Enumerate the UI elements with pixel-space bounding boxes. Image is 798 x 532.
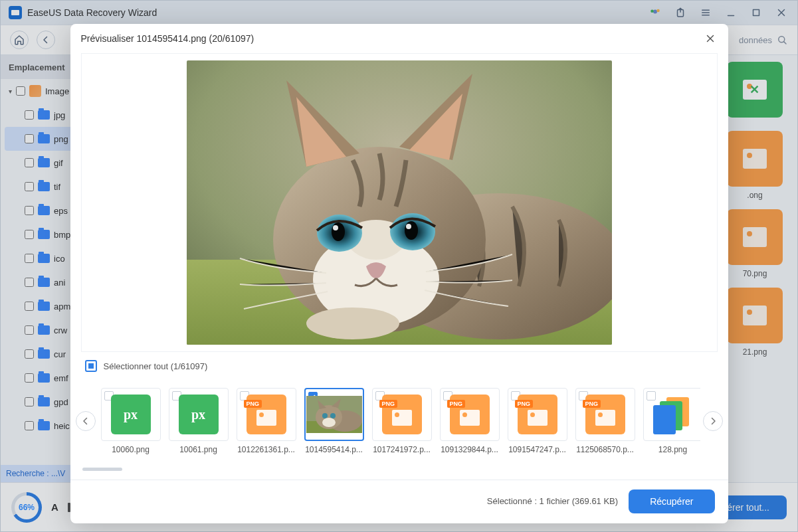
thumb-card[interactable]: 1125068570.p... xyxy=(575,388,635,454)
selection-label: Sélectionné : 1 fichier (369.61 KB) xyxy=(487,496,618,506)
thumb-name: 1091547247.p... xyxy=(508,445,566,454)
png-icon xyxy=(518,395,557,434)
thumb-name: 128.png xyxy=(658,445,687,454)
close-dialog-button[interactable] xyxy=(703,31,718,46)
svg-point-26 xyxy=(306,308,399,339)
thumb-next-button[interactable] xyxy=(703,411,723,431)
png-icon xyxy=(585,395,625,434)
svg-point-32 xyxy=(330,413,336,418)
px-icon xyxy=(111,395,151,434)
thumb-card[interactable]: 10060.png xyxy=(101,388,161,454)
svg-point-23 xyxy=(405,221,418,240)
preview-dialog: Prévisualiser 1014595414.png (20/61097) xyxy=(70,24,728,523)
thumb-card[interactable]: 1091547247.p... xyxy=(508,388,567,454)
thumb-scrollbar[interactable] xyxy=(82,468,716,473)
thumb-card[interactable]: 1091329844.p... xyxy=(440,388,500,454)
svg-point-24 xyxy=(333,225,338,230)
preview-title: Prévisualiser 1014595414.png (20/61097) xyxy=(81,33,703,44)
svg-point-22 xyxy=(332,222,345,241)
svg-point-31 xyxy=(322,413,328,418)
thumb-name: 1014595414.p... xyxy=(305,445,363,454)
thumb-name: 10060.png xyxy=(112,445,150,454)
thumb-name: 1017241972.p... xyxy=(373,445,431,454)
thumb-name: 1012261361.p... xyxy=(237,445,295,454)
svg-point-25 xyxy=(406,224,411,229)
png-icon xyxy=(450,395,490,434)
thumb-name: 1125068570.p... xyxy=(576,445,634,454)
thumb-card[interactable]: 128.png xyxy=(643,388,700,454)
docs-icon xyxy=(653,395,693,434)
select-all-checkbox[interactable] xyxy=(85,360,97,372)
preview-image xyxy=(187,60,612,345)
svg-point-33 xyxy=(322,418,336,427)
cat-thumb xyxy=(306,396,362,433)
thumb-card[interactable]: 1017241972.p... xyxy=(372,388,432,454)
preview-area xyxy=(81,53,718,352)
px-icon xyxy=(179,395,219,434)
select-all-label: Sélectionner tout (1/61097) xyxy=(104,361,208,371)
png-icon xyxy=(247,395,286,434)
thumb-card[interactable]: 10061.png xyxy=(169,388,229,454)
thumb-prev-button[interactable] xyxy=(76,411,96,431)
thumb-name: 1091329844.p... xyxy=(441,445,498,454)
recover-button[interactable]: Récupérer xyxy=(629,489,714,513)
thumb-card[interactable]: 1012261361.p... xyxy=(237,388,296,454)
png-icon xyxy=(382,395,422,434)
thumb-card[interactable]: 1014595414.p... xyxy=(304,388,364,454)
thumb-name: 10061.png xyxy=(179,445,217,454)
